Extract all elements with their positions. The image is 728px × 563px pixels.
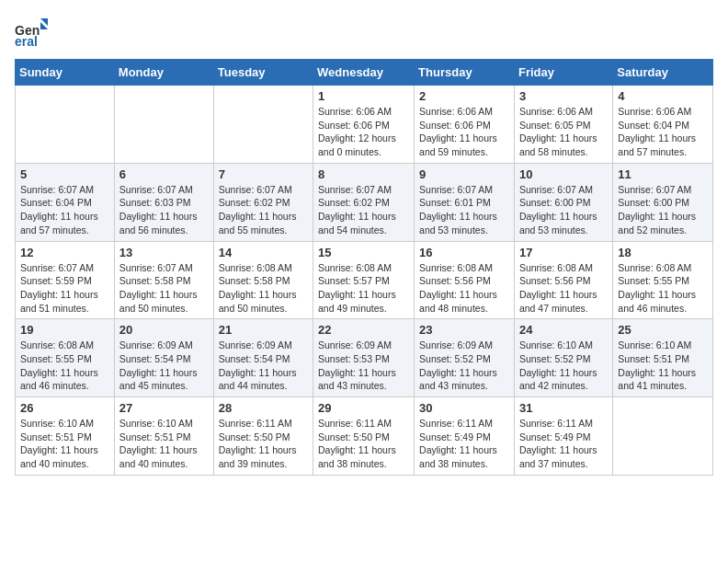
day-info: Sunrise: 6:07 AM Sunset: 6:02 PM Dayligh… xyxy=(219,183,308,237)
logo-icon: Gen eral xyxy=(15,15,48,48)
day-number: 9 xyxy=(419,167,509,181)
calendar-cell: 16Sunrise: 6:08 AM Sunset: 5:56 PM Dayli… xyxy=(415,241,515,319)
calendar-header-wednesday: Wednesday xyxy=(313,60,415,86)
calendar-header-tuesday: Tuesday xyxy=(213,60,313,86)
day-info: Sunrise: 6:08 AM Sunset: 5:55 PM Dayligh… xyxy=(20,339,109,393)
calendar-cell: 25Sunrise: 6:10 AM Sunset: 5:51 PM Dayli… xyxy=(613,319,713,397)
day-info: Sunrise: 6:08 AM Sunset: 5:56 PM Dayligh… xyxy=(419,261,509,316)
day-number: 31 xyxy=(519,401,608,415)
day-info: Sunrise: 6:09 AM Sunset: 5:54 PM Dayligh… xyxy=(219,339,308,393)
calendar-cell xyxy=(613,397,713,476)
calendar-cell: 20Sunrise: 6:09 AM Sunset: 5:54 PM Dayli… xyxy=(114,319,213,397)
day-number: 25 xyxy=(618,323,708,337)
calendar-cell: 2Sunrise: 6:06 AM Sunset: 6:06 PM Daylig… xyxy=(415,86,515,164)
calendar-cell: 23Sunrise: 6:09 AM Sunset: 5:52 PM Dayli… xyxy=(415,319,515,397)
day-number: 23 xyxy=(419,323,509,337)
day-info: Sunrise: 6:09 AM Sunset: 5:54 PM Dayligh… xyxy=(119,339,209,393)
day-info: Sunrise: 6:10 AM Sunset: 5:51 PM Dayligh… xyxy=(119,417,209,471)
calendar-header-friday: Friday xyxy=(514,60,612,86)
day-number: 15 xyxy=(318,246,409,259)
calendar-cell: 13Sunrise: 6:07 AM Sunset: 5:58 PM Dayli… xyxy=(114,241,213,319)
calendar-cell: 15Sunrise: 6:08 AM Sunset: 5:57 PM Dayli… xyxy=(313,241,415,319)
calendar-cell: 17Sunrise: 6:08 AM Sunset: 5:56 PM Dayli… xyxy=(514,241,612,319)
day-number: 3 xyxy=(519,89,608,103)
calendar-week-5: 26Sunrise: 6:10 AM Sunset: 5:51 PM Dayli… xyxy=(16,397,713,476)
day-info: Sunrise: 6:07 AM Sunset: 6:03 PM Dayligh… xyxy=(119,183,209,237)
calendar-cell: 22Sunrise: 6:09 AM Sunset: 5:53 PM Dayli… xyxy=(313,319,415,397)
day-number: 12 xyxy=(20,246,109,259)
page-header: Gen eral xyxy=(15,15,713,48)
day-number: 13 xyxy=(119,246,209,259)
day-info: Sunrise: 6:11 AM Sunset: 5:50 PM Dayligh… xyxy=(318,417,409,471)
day-number: 19 xyxy=(20,323,109,337)
day-info: Sunrise: 6:06 AM Sunset: 6:06 PM Dayligh… xyxy=(318,105,409,159)
day-number: 24 xyxy=(519,323,608,337)
calendar-cell: 24Sunrise: 6:10 AM Sunset: 5:52 PM Dayli… xyxy=(514,319,612,397)
calendar-cell: 10Sunrise: 6:07 AM Sunset: 6:00 PM Dayli… xyxy=(514,163,612,241)
calendar-cell xyxy=(16,86,115,164)
day-number: 21 xyxy=(219,323,308,337)
day-info: Sunrise: 6:10 AM Sunset: 5:51 PM Dayligh… xyxy=(20,417,109,471)
calendar-cell: 27Sunrise: 6:10 AM Sunset: 5:51 PM Dayli… xyxy=(114,397,213,476)
day-info: Sunrise: 6:06 AM Sunset: 6:06 PM Dayligh… xyxy=(419,105,509,159)
day-number: 16 xyxy=(419,246,509,259)
day-number: 5 xyxy=(20,167,109,181)
day-info: Sunrise: 6:08 AM Sunset: 5:57 PM Dayligh… xyxy=(318,261,409,316)
day-info: Sunrise: 6:07 AM Sunset: 6:00 PM Dayligh… xyxy=(618,183,708,237)
day-number: 6 xyxy=(119,167,209,181)
day-number: 14 xyxy=(219,246,308,259)
calendar-cell: 26Sunrise: 6:10 AM Sunset: 5:51 PM Dayli… xyxy=(16,397,115,476)
day-number: 7 xyxy=(219,167,308,181)
calendar-table: SundayMondayTuesdayWednesdayThursdayFrid… xyxy=(15,59,713,476)
calendar-cell xyxy=(213,86,313,164)
day-info: Sunrise: 6:06 AM Sunset: 6:05 PM Dayligh… xyxy=(519,105,608,159)
calendar-week-1: 1Sunrise: 6:06 AM Sunset: 6:06 PM Daylig… xyxy=(16,86,713,164)
day-info: Sunrise: 6:09 AM Sunset: 5:52 PM Dayligh… xyxy=(419,339,509,393)
calendar-cell: 21Sunrise: 6:09 AM Sunset: 5:54 PM Dayli… xyxy=(213,319,313,397)
day-info: Sunrise: 6:11 AM Sunset: 5:49 PM Dayligh… xyxy=(519,417,608,471)
day-info: Sunrise: 6:07 AM Sunset: 5:59 PM Dayligh… xyxy=(20,261,109,316)
day-info: Sunrise: 6:07 AM Sunset: 6:04 PM Dayligh… xyxy=(20,183,109,237)
day-info: Sunrise: 6:10 AM Sunset: 5:52 PM Dayligh… xyxy=(519,339,608,393)
day-number: 18 xyxy=(618,246,708,259)
day-info: Sunrise: 6:11 AM Sunset: 5:50 PM Dayligh… xyxy=(219,417,308,471)
day-number: 10 xyxy=(519,167,608,181)
svg-text:eral: eral xyxy=(15,34,38,48)
day-info: Sunrise: 6:11 AM Sunset: 5:49 PM Dayligh… xyxy=(419,417,509,471)
calendar-week-4: 19Sunrise: 6:08 AM Sunset: 5:55 PM Dayli… xyxy=(16,319,713,397)
calendar-cell: 19Sunrise: 6:08 AM Sunset: 5:55 PM Dayli… xyxy=(16,319,115,397)
calendar-header-thursday: Thursday xyxy=(415,60,515,86)
calendar-cell: 4Sunrise: 6:06 AM Sunset: 6:04 PM Daylig… xyxy=(613,86,713,164)
day-number: 28 xyxy=(219,401,308,415)
day-info: Sunrise: 6:07 AM Sunset: 5:58 PM Dayligh… xyxy=(119,261,209,316)
day-info: Sunrise: 6:08 AM Sunset: 5:56 PM Dayligh… xyxy=(519,261,608,316)
day-number: 4 xyxy=(618,89,708,103)
day-number: 22 xyxy=(318,323,409,337)
calendar-header-saturday: Saturday xyxy=(613,60,713,86)
calendar-cell: 14Sunrise: 6:08 AM Sunset: 5:58 PM Dayli… xyxy=(213,241,313,319)
calendar-cell: 12Sunrise: 6:07 AM Sunset: 5:59 PM Dayli… xyxy=(16,241,115,319)
calendar-week-2: 5Sunrise: 6:07 AM Sunset: 6:04 PM Daylig… xyxy=(16,163,713,241)
day-number: 17 xyxy=(519,246,608,259)
day-info: Sunrise: 6:07 AM Sunset: 6:00 PM Dayligh… xyxy=(519,183,608,237)
day-number: 11 xyxy=(618,167,708,181)
calendar-week-3: 12Sunrise: 6:07 AM Sunset: 5:59 PM Dayli… xyxy=(16,241,713,319)
day-number: 8 xyxy=(318,167,409,181)
calendar-cell: 30Sunrise: 6:11 AM Sunset: 5:49 PM Dayli… xyxy=(415,397,515,476)
calendar-cell xyxy=(114,86,213,164)
day-number: 1 xyxy=(318,89,409,103)
calendar-header-row: SundayMondayTuesdayWednesdayThursdayFrid… xyxy=(16,60,713,86)
calendar-cell: 8Sunrise: 6:07 AM Sunset: 6:02 PM Daylig… xyxy=(313,163,415,241)
calendar-cell: 9Sunrise: 6:07 AM Sunset: 6:01 PM Daylig… xyxy=(415,163,515,241)
calendar-cell: 29Sunrise: 6:11 AM Sunset: 5:50 PM Dayli… xyxy=(313,397,415,476)
calendar-cell: 6Sunrise: 6:07 AM Sunset: 6:03 PM Daylig… xyxy=(114,163,213,241)
calendar-cell: 11Sunrise: 6:07 AM Sunset: 6:00 PM Dayli… xyxy=(613,163,713,241)
day-info: Sunrise: 6:08 AM Sunset: 5:58 PM Dayligh… xyxy=(219,261,308,316)
day-info: Sunrise: 6:07 AM Sunset: 6:02 PM Dayligh… xyxy=(318,183,409,237)
day-number: 20 xyxy=(119,323,209,337)
logo: Gen eral xyxy=(15,15,51,48)
calendar-cell: 7Sunrise: 6:07 AM Sunset: 6:02 PM Daylig… xyxy=(213,163,313,241)
day-info: Sunrise: 6:08 AM Sunset: 5:55 PM Dayligh… xyxy=(618,261,708,316)
calendar-cell: 3Sunrise: 6:06 AM Sunset: 6:05 PM Daylig… xyxy=(514,86,612,164)
calendar-cell: 1Sunrise: 6:06 AM Sunset: 6:06 PM Daylig… xyxy=(313,86,415,164)
